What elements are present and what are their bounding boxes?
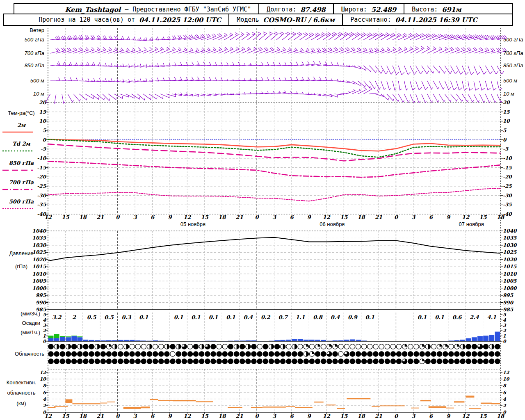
cloud-cover-fill	[167, 344, 169, 349]
cloud-cover-symbol	[437, 352, 442, 356]
wind-barb	[160, 77, 170, 81]
wind-barb	[288, 62, 298, 66]
rain-bar	[95, 340, 100, 341]
rain-bar	[217, 341, 222, 341]
cloud-cover-symbol	[449, 352, 454, 356]
cloud-cover-symbol	[350, 359, 355, 364]
axis-label: 6	[43, 390, 46, 395]
cloud-cover-symbol	[286, 352, 291, 356]
wind-barbs-row-0	[50, 32, 507, 41]
axis-label: 6	[429, 413, 434, 419]
axis-label: 1035	[503, 235, 517, 241]
wind-barb	[219, 62, 228, 66]
axis-label: -20	[503, 174, 512, 180]
cloud-cover-symbol	[362, 344, 367, 349]
axis-label: 985	[503, 307, 514, 313]
cloud-cover-fill	[445, 344, 448, 347]
cloud-cover-symbol	[141, 344, 146, 349]
axis-label: 15	[503, 109, 510, 115]
cloud-cover-symbol	[286, 359, 291, 364]
rain-bar	[466, 338, 471, 341]
wind-barb	[329, 94, 338, 97]
wind-barb	[485, 94, 491, 103]
axis-label: 12	[44, 214, 52, 220]
axis-label: -5	[41, 146, 46, 152]
cloud-cover-symbol	[153, 359, 158, 364]
axis-label: -25	[37, 183, 46, 189]
rain-bar	[338, 340, 344, 341]
cloud-cover-symbol	[390, 344, 395, 349]
rain-bar	[321, 340, 326, 341]
axis-label: 12	[462, 214, 470, 220]
wind-barb	[491, 66, 498, 74]
cloud-cover-fill	[80, 344, 82, 349]
wind-barb	[282, 77, 292, 81]
wind-barb	[132, 78, 142, 82]
cloud-cover-symbol	[344, 359, 349, 364]
wind-barb	[485, 66, 492, 74]
axis-label: 9	[446, 413, 451, 419]
cloud-cover-symbol	[153, 344, 158, 349]
cloud-cover-symbol	[141, 359, 146, 364]
axis-label: 1005	[32, 278, 46, 284]
cloud-cover-fill	[492, 344, 494, 349]
axis-label: 0.1	[435, 314, 444, 320]
cloud-cover-symbol	[425, 352, 430, 356]
axis-label: -30	[503, 193, 512, 199]
cloud-cover-symbol	[373, 344, 378, 349]
axis-label: 8	[43, 383, 46, 388]
axis-label: -10	[503, 155, 512, 161]
wind-barb	[120, 94, 129, 97]
axis-label: 1	[43, 333, 46, 339]
cloud-cover-fill	[422, 359, 425, 361]
axis-label: -30	[37, 193, 46, 199]
wind-barb	[213, 78, 223, 81]
cloud-cover-symbol	[356, 344, 361, 349]
cloud-cover-symbol	[100, 352, 105, 356]
wind-barb	[450, 66, 457, 74]
axis-label: 2	[43, 328, 46, 333]
rain-bar	[315, 340, 320, 341]
convective-cloud-layer	[429, 406, 446, 408]
axis-label: 1.1	[296, 314, 305, 320]
wind-barb	[381, 81, 386, 90]
cloud-cover-symbol	[338, 352, 343, 356]
cloud-cover-symbol	[356, 352, 361, 356]
cloud-cover-fill	[463, 344, 465, 349]
axis-label: 0	[394, 214, 399, 220]
rain-bar	[48, 338, 54, 341]
wind-barb	[335, 63, 345, 66]
cloud-cover-symbol	[176, 352, 181, 356]
wind-barb	[422, 66, 429, 74]
wind-barb	[143, 94, 151, 100]
axis-label: 0.5	[104, 314, 114, 320]
axis-label: 20	[39, 100, 46, 105]
cloud-cover-symbol	[60, 344, 65, 349]
cloud-cover-symbol	[489, 359, 494, 364]
cloud-cover-symbol	[274, 352, 279, 356]
wind-barb	[259, 78, 269, 81]
wind-barb	[340, 65, 350, 67]
cloud-cover-symbol	[298, 344, 303, 349]
cloud-cover-symbol	[315, 352, 320, 356]
cloud-cover-symbol	[396, 359, 401, 364]
wind-barb	[457, 94, 463, 102]
cloud-cover-fill	[237, 344, 239, 349]
cloud-cover-symbol	[460, 352, 465, 356]
cloud-cover-symbol	[414, 344, 419, 349]
axis-label: 0	[394, 413, 399, 419]
cloud-cover-symbol	[130, 344, 135, 349]
wind-barb	[230, 62, 240, 66]
wind-barb	[398, 66, 404, 75]
axis-label: 6	[151, 214, 155, 220]
axis-label: -35	[503, 202, 512, 208]
cloud-cover-symbol	[222, 344, 227, 349]
cloud-cover-symbol	[449, 344, 454, 349]
rain-bar	[350, 340, 355, 342]
axis-label: 12	[323, 413, 331, 419]
cloud-cover-symbol	[454, 359, 459, 364]
wind-barb	[422, 81, 428, 90]
wind-barb	[387, 94, 394, 101]
rain-bar	[280, 340, 285, 341]
convective-cloud-layer	[446, 408, 454, 409]
